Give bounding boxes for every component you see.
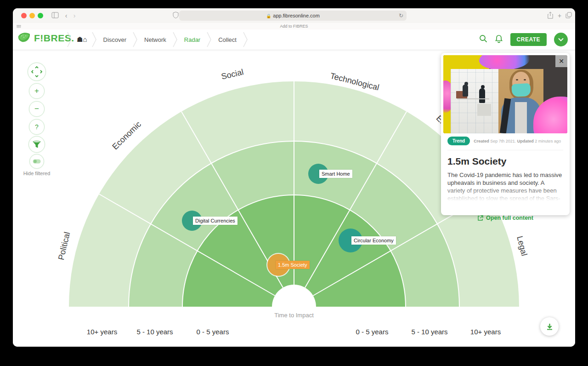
lock-icon: 🔒	[266, 14, 271, 18]
zoom-out-button[interactable]: −	[29, 101, 45, 117]
new-tab-icon[interactable]: +	[555, 11, 564, 20]
ring-time-label: 0 - 5 years	[356, 328, 389, 336]
ring-time-label: 5 - 10 years	[136, 328, 173, 336]
filter-button[interactable]	[28, 136, 45, 153]
breadcrumb: ☗︎⌂ Discover Network Radar Collect	[67, 29, 248, 50]
lime-logo-icon	[17, 32, 31, 45]
tab-radar[interactable]: Radar	[178, 36, 207, 43]
tab-discover[interactable]: Discover	[97, 36, 133, 43]
breadcrumb-chevron-icon	[67, 31, 72, 48]
tab-collect[interactable]: Collect	[212, 36, 243, 43]
radar-bubble-label[interactable]: 1.5m Society	[276, 261, 310, 269]
close-window-button[interactable]	[21, 13, 27, 18]
share-icon[interactable]	[546, 11, 555, 21]
create-button[interactable]: CREATE	[510, 33, 547, 46]
home-icon[interactable]: ☗︎⌂	[72, 35, 92, 44]
trend-description: The Covid-19 pandemic has led to massive…	[447, 171, 563, 203]
trend-meta: Created Sep 7th 2021. Updated 2 minutes …	[474, 139, 561, 143]
radar-bubble-label[interactable]: Digital Currencies	[193, 217, 237, 225]
breadcrumb-chevron-icon	[243, 31, 248, 48]
radar-canvas: PoliticalEconomicSocialTechnologicalEnvi…	[13, 50, 575, 347]
zoom-window-button[interactable]	[38, 13, 43, 18]
collage-office-photo	[451, 69, 498, 133]
external-link-icon	[477, 215, 483, 221]
sidebar-toggle-icon[interactable]	[51, 11, 60, 21]
open-full-content-link[interactable]: Open full content	[447, 215, 563, 221]
hide-filtered-label: Hide filtered	[23, 171, 51, 176]
close-panel-button[interactable]: ✕	[555, 55, 567, 67]
url-text: app.fibresonline.com	[273, 13, 320, 18]
ring-time-label: 10+ years	[87, 328, 117, 336]
time-to-impact-label: Time to Impact	[274, 312, 313, 319]
download-radar-button[interactable]	[540, 317, 559, 336]
trend-type-badge: Trend	[447, 137, 470, 145]
bookmarks-bar: Add to FIBRES	[13, 23, 575, 30]
trend-title: 1.5m Society	[447, 150, 563, 167]
hide-filtered-toggle[interactable]	[29, 154, 44, 169]
help-button[interactable]: ?	[29, 119, 45, 135]
breadcrumb-chevron-icon	[207, 31, 212, 48]
tab-network[interactable]: Network	[138, 36, 173, 43]
bookmark-item[interactable]: Add to FIBRES	[13, 23, 575, 29]
ring-time-label: 0 - 5 years	[197, 328, 229, 336]
breadcrumb-chevron-icon	[133, 31, 138, 48]
minimize-window-button[interactable]	[29, 13, 35, 18]
privacy-shield-icon[interactable]	[171, 11, 180, 21]
ring-time-label: 10+ years	[470, 328, 501, 336]
trend-cover-image: ✕	[443, 55, 567, 133]
back-button[interactable]: ‹	[62, 11, 71, 20]
tab-overview-icon[interactable]	[564, 11, 573, 21]
trend-detail-panel: ✕ Trend Created Sep 7th 2021. Updated 2 …	[441, 53, 570, 215]
address-bar[interactable]: 🔒app.fibresonline.com ↻	[179, 11, 407, 21]
browser-window: ‹ › 🔒app.fibresonline.com ↻ + Add to FIB…	[13, 8, 575, 347]
search-icon[interactable]	[479, 34, 487, 45]
ring-time-label: 5 - 10 years	[411, 328, 447, 336]
download-icon	[546, 323, 554, 331]
browser-titlebar: ‹ › 🔒app.fibresonline.com ↻ +	[13, 8, 575, 23]
pan-control[interactable]	[28, 63, 46, 81]
forward-button[interactable]: ›	[70, 11, 79, 20]
fibres-logo[interactable]: F!BRES.	[17, 32, 74, 45]
app-navbar: F!BRES. ☗︎⌂ Discover Network Radar Colle…	[13, 29, 575, 50]
radar-bubble-label[interactable]: Circular Economy	[351, 236, 396, 245]
notifications-bell-icon[interactable]	[495, 34, 503, 45]
radar-bubble-label[interactable]: Smart Home	[319, 170, 352, 178]
breadcrumb-chevron-icon	[173, 31, 178, 48]
breadcrumb-chevron-icon	[92, 31, 97, 48]
collage-swirl-top	[479, 55, 530, 70]
reload-icon[interactable]: ↻	[399, 11, 403, 21]
zoom-in-button[interactable]: +	[29, 83, 45, 99]
user-menu-button[interactable]	[554, 33, 568, 46]
chevron-down-icon	[558, 38, 564, 41]
